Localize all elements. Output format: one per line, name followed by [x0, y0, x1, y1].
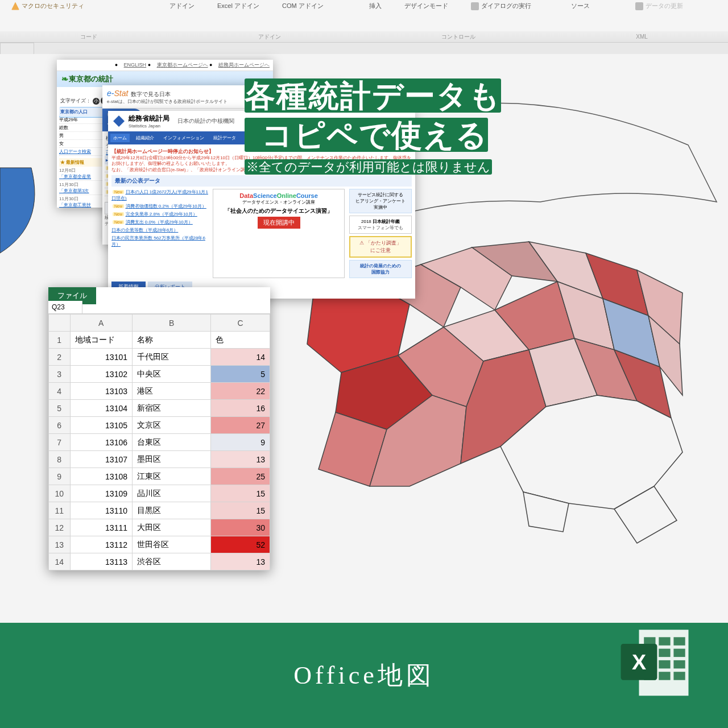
cell[interactable]: 文京区 [133, 417, 211, 434]
com-addin-button[interactable]: COM アドイン [282, 2, 324, 10]
cell[interactable]: 大田区 [133, 519, 211, 536]
name-box[interactable]: Q23 [48, 301, 82, 313]
row-header[interactable]: 10 [49, 485, 71, 502]
sb-recent-list: New 日本の人口 1億2672万人(平成29年11月1日現在)New 消費者物… [111, 189, 208, 278]
row-header[interactable]: 3 [49, 366, 71, 383]
insert-button[interactable]: 挿入 [369, 2, 382, 10]
news-link[interactable]: 「東京都工業技 [59, 202, 91, 208]
select-all-corner[interactable] [49, 315, 71, 332]
cell[interactable]: 52 [211, 536, 270, 553]
recent-link[interactable]: 日本の企業等数（平成28年6月） [111, 228, 178, 233]
source-button[interactable]: ソース [571, 2, 590, 10]
sb-nav-item[interactable]: ホーム [110, 134, 130, 142]
cell[interactable]: 13113 [70, 553, 132, 570]
cell[interactable]: 13106 [70, 434, 132, 451]
cell[interactable]: 13101 [70, 349, 132, 366]
dsoc-open-button[interactable]: 現在開講中 [258, 217, 300, 229]
cell[interactable]: 13102 [70, 366, 132, 383]
sb-service-box[interactable]: サービス統計に関する ヒアリング・アンケート 実施中 [349, 189, 412, 213]
cell[interactable]: 15 [211, 485, 270, 502]
cell[interactable]: 台東区 [133, 434, 211, 451]
cell[interactable]: 30 [211, 519, 270, 536]
link-somu-hp[interactable]: 総務局ホームページへ [218, 62, 270, 68]
cell[interactable]: 中央区 [133, 366, 211, 383]
news-link[interactable]: 「東京都第3次 [59, 188, 89, 193]
cell[interactable]: 13111 [70, 519, 132, 536]
cell[interactable]: 9 [211, 434, 270, 451]
news-link[interactable]: 「東京都全産業 [59, 174, 91, 179]
run-dialog-button[interactable]: ダイアログの実行 [471, 2, 531, 10]
stat-japan-logo-icon [113, 115, 125, 127]
excel-addin-button[interactable]: Excel アドイン [217, 2, 259, 10]
cell[interactable]: 新宿区 [133, 400, 211, 417]
data-table: A B C 1 地域コード 名称 色 213101千代田区14313102中央区… [48, 314, 270, 570]
cell[interactable]: 15 [211, 502, 270, 519]
cell[interactable]: 世田谷区 [133, 536, 211, 553]
row-header[interactable]: 14 [49, 553, 71, 570]
cell[interactable]: 25 [211, 468, 270, 485]
link-english[interactable]: ENGLISH [124, 62, 147, 68]
row-header[interactable]: 11 [49, 502, 71, 519]
cell[interactable]: 渋谷区 [133, 553, 211, 570]
link-tokyo-hp[interactable]: 東京都ホームページへ [157, 62, 208, 68]
sb-nav-item[interactable]: 組織紹介 [133, 134, 157, 142]
cell[interactable]: 27 [211, 417, 270, 434]
cell[interactable]: 13107 [70, 451, 132, 468]
cell[interactable]: 墨田区 [133, 451, 211, 468]
estat-tag2: e-statは、日本の統計が閲覧できる政府統計ポータルサイト [107, 99, 228, 104]
row-header[interactable]: 12 [49, 519, 71, 536]
cell[interactable]: 江東区 [133, 468, 211, 485]
dialog-icon [471, 2, 479, 10]
cell[interactable]: 13103 [70, 383, 132, 400]
excel-ribbon: マクロのセキュリティ アドイン Excel アドイン COM アドイン 挿入 デ… [0, 0, 728, 34]
macro-security-button[interactable]: マクロのセキュリティ [11, 2, 84, 10]
cell[interactable]: 13 [211, 451, 270, 468]
cell[interactable]: 5 [211, 366, 270, 383]
sb-nav-item[interactable]: インフォメーション [160, 134, 207, 142]
design-mode-button[interactable]: デザインモード [404, 2, 448, 10]
cell[interactable]: 千代田区 [133, 349, 211, 366]
recent-link[interactable]: 日本の人口 1億2672万人(平成29年11月1日現在) [111, 189, 208, 201]
col-header-b[interactable]: B [133, 315, 211, 332]
row-header[interactable]: 5 [49, 400, 71, 417]
recent-link[interactable]: 完全失業率 2.8%（平成29年10月） [126, 212, 197, 217]
sb-warn-box[interactable]: ⚠ 「かたり調査」 にご注意 [349, 236, 412, 258]
cell[interactable]: 16 [211, 400, 270, 417]
row-header[interactable]: 6 [49, 417, 71, 434]
row-header[interactable]: 4 [49, 383, 71, 400]
cell[interactable]: 13104 [70, 400, 132, 417]
cell[interactable]: 13 [211, 553, 270, 570]
cell[interactable]: 目黒区 [133, 502, 211, 519]
sb-yearbook[interactable]: 2018 日本統計年鑑 スマートフォン等でも [349, 216, 412, 234]
cell[interactable]: 港区 [133, 383, 211, 400]
recent-link[interactable]: 消費者物価指数 0.2%（平成29年10月） [126, 204, 206, 209]
sb-nav-item[interactable]: 統計データ [210, 134, 239, 142]
col-header-a[interactable]: A [70, 315, 132, 332]
cell[interactable]: 13109 [70, 485, 132, 502]
recent-link[interactable]: 日本の民営事業所数 562万事業所（平成28年6月） [111, 235, 205, 247]
cell[interactable]: 13105 [70, 417, 132, 434]
cell[interactable]: 13112 [70, 536, 132, 553]
sb-coop-box[interactable]: 統計の発展のための 国際協力 [349, 260, 412, 278]
cell[interactable]: 13108 [70, 468, 132, 485]
dsoc-banner[interactable]: DataScienceOnlineCourse データサイエンス・オンライン講座… [213, 189, 345, 278]
cell[interactable]: 品川区 [133, 485, 211, 502]
row-header[interactable]: 2 [49, 349, 71, 366]
refresh-icon [635, 2, 643, 10]
row-header[interactable]: 1 [49, 332, 71, 349]
addin-button[interactable]: アドイン [169, 2, 195, 10]
row-header[interactable]: 8 [49, 451, 71, 468]
row-header[interactable]: 13 [49, 536, 71, 553]
cell[interactable]: 14 [211, 349, 270, 366]
col-header-c[interactable]: C [211, 315, 270, 332]
font-small-button[interactable]: 小 [93, 98, 100, 105]
cell[interactable]: 22 [211, 383, 270, 400]
row-header[interactable]: 7 [49, 434, 71, 451]
recent-link[interactable]: 消費支出 0.0%（平成29年10月） [126, 220, 193, 225]
cell[interactable]: 地域コード [70, 332, 132, 349]
cell[interactable]: 13110 [70, 502, 132, 519]
refresh-data-button[interactable]: データの更新 [635, 2, 683, 10]
cell[interactable]: 色 [211, 332, 270, 349]
row-header[interactable]: 9 [49, 468, 71, 485]
cell[interactable]: 名称 [133, 332, 211, 349]
